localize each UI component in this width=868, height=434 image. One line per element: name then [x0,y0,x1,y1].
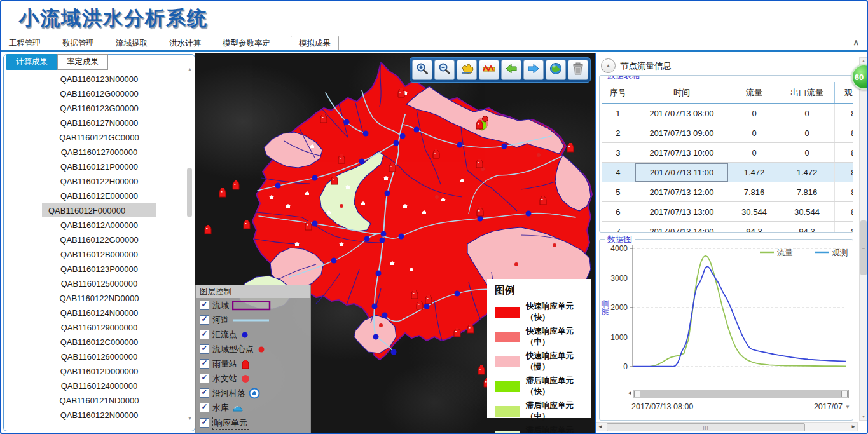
result-list-item[interactable]: QAB1160129000000 [4,320,195,334]
rain-gauge-marker[interactable] [305,221,312,230]
table-row[interactable]: 32017/07/13 10:00008.3 [602,143,853,163]
menu-item-0[interactable]: 工程管理 [8,36,42,51]
rain-gauge-marker[interactable] [338,154,345,163]
menu-item-5[interactable]: 模拟成果 [291,36,339,51]
table-cell[interactable]: 3 [602,143,635,163]
column-header[interactable]: 出口流量 [780,82,834,104]
table-cell[interactable]: 0 [780,143,834,163]
data-table[interactable]: 序号时间流量出口流量观测流12017/07/13 08:00008.322017… [602,82,853,233]
table-cell[interactable]: 0 [729,104,780,123]
table-row[interactable]: 12017/07/13 08:00008.3 [602,104,853,123]
table-cell[interactable]: 8.3 [834,182,853,202]
table-cell[interactable]: 7 [602,222,635,233]
slider-left-handle[interactable] [634,391,640,397]
result-list-item[interactable]: QAB1160121ND0000 [4,393,195,407]
rain-gauge-marker[interactable] [567,143,574,152]
scroll-down-icon[interactable]: ▼ [860,414,867,420]
result-list-item[interactable]: QAB1160125000000 [4,276,195,290]
table-cell[interactable]: 30.544 [780,202,834,222]
table-cell[interactable]: 1.472 [729,163,780,182]
scroll-thumb[interactable]: ||| [607,423,805,431]
result-list-item[interactable]: QAB1160122H00000 [4,174,195,188]
back-button[interactable] [501,60,521,80]
table-cell[interactable]: 7.816 [780,182,834,202]
result-list-item[interactable]: QAB116012A000000 [4,218,195,232]
rain-gauge-marker[interactable] [425,295,432,304]
zoom-out-button[interactable] [434,60,455,80]
layer-checkbox[interactable]: ✓ [200,359,209,369]
rain-gauge-marker[interactable] [331,175,338,184]
table-cell[interactable]: 1.472 [780,163,834,182]
rain-gauge-marker[interactable] [478,365,485,374]
table-cell[interactable]: 2 [602,123,635,143]
notification-badge[interactable]: 60 [851,64,868,90]
table-cell[interactable]: 5 [602,182,635,202]
layer-checkbox[interactable]: ✓ [200,344,209,354]
layer-checkbox[interactable]: ✓ [200,330,209,339]
table-cell[interactable]: 6 [602,202,635,222]
panel-horizontal-scrollbar[interactable]: ◄ ||| ► [596,422,858,431]
result-list-item[interactable]: QAB1160123N00000 [4,72,195,86]
rain-gauge-marker[interactable] [433,149,439,158]
table-cell[interactable]: 0 [780,104,834,123]
layer-checkbox[interactable]: ✓ [200,374,209,383]
rain-gauge-marker[interactable] [454,328,460,337]
result-list-item[interactable]: QAB1160124000000 [4,379,195,393]
clear-button[interactable] [568,60,588,80]
forward-button[interactable] [523,60,544,80]
rain-gauge-marker[interactable] [219,188,226,197]
layer-checkbox[interactable]: ✓ [200,388,209,398]
result-list-item[interactable]: QAB116012G000000 [4,86,195,100]
scroll-down-icon[interactable]: ▼ [186,416,193,422]
rain-gauge-marker[interactable] [540,196,546,205]
result-list-item[interactable]: QAB1160121GC0000 [4,130,195,144]
scroll-up-icon[interactable]: ▲ [186,66,193,72]
table-cell[interactable]: 2017/07/13 11:00 [635,163,729,182]
table-cell[interactable]: 4 [602,163,635,182]
table-row[interactable]: 42017/07/13 11:001.4721.4728.3 [602,163,853,182]
rain-gauge-marker[interactable] [477,207,483,216]
table-cell[interactable]: 94.3 [729,222,780,233]
rain-gauge-marker[interactable] [233,180,239,189]
result-list-item[interactable]: QAB1160127N00000 [4,116,195,130]
table-cell[interactable]: 2017/07/13 10:00 [635,143,729,163]
scroll-thumb[interactable] [187,168,192,217]
result-list-item[interactable]: QAB116012B000000 [4,247,195,261]
collapse-panel-button[interactable]: ▲ [601,58,616,73]
result-list-item[interactable]: QAB1160127000000 [4,145,195,159]
column-header[interactable]: 序号 [602,82,635,104]
chart-range-slider[interactable]: ◄ [633,390,849,398]
zoom-in-button[interactable] [412,60,432,80]
menu-item-1[interactable]: 数据管理 [61,36,95,51]
table-cell[interactable]: 2017/07/13 09:00 [635,123,729,143]
table-cell[interactable]: 2017/07/13 14:00 [635,222,729,233]
layer-checkbox[interactable]: ✓ [200,403,209,412]
rain-gauge-marker[interactable] [398,88,404,97]
result-list-item[interactable]: QAB116012E000000 [4,189,195,203]
rain-gauge-marker[interactable] [205,225,211,234]
rain-gauge-marker[interactable] [320,114,327,123]
table-row[interactable]: 52017/07/13 12:007.8167.8168.3 [602,182,853,202]
column-header[interactable]: 流量 [729,82,780,104]
map-panel[interactable]: 图层控制 ✓流域✓河道✓汇流点✓流域型心点✓雨量站✓水文站✓沿河村落✓水库✓响应… [195,53,595,433]
table-cell[interactable]: 7.816 [729,182,780,202]
menu-item-3[interactable]: 洪水计算 [168,36,202,51]
rain-gauge-marker[interactable] [476,159,483,168]
scroll-left-icon[interactable]: ◄ [596,423,604,431]
slider-left-icon[interactable]: ◄ [627,390,632,396]
rain-gauge-marker[interactable] [411,290,418,299]
table-cell[interactable]: 0 [780,123,834,143]
table-cell[interactable]: 30.544 [729,202,780,222]
result-list-item[interactable]: QAB1160126000000 [4,349,195,363]
rain-gauge-marker[interactable] [467,324,474,333]
result-list-item[interactable]: QAB1160121P00000 [4,159,195,173]
result-list-item[interactable]: QAB1160122G00000 [4,233,195,247]
list-scrollbar[interactable]: ▲ ▼ [186,66,193,422]
result-list-item[interactable]: QAB116012D000000 [4,364,195,378]
table-row[interactable]: 62017/07/13 13:0030.54430.5448.3 [602,202,853,222]
result-list-item[interactable]: QAB1160122N00000 [4,408,195,422]
menu-item-4[interactable]: 模型参数率定 [221,36,272,51]
menu-item-2[interactable]: 流域提取 [114,36,149,51]
table-cell[interactable]: 8.3 [834,123,853,143]
table-cell[interactable]: 8.3 [834,104,853,123]
